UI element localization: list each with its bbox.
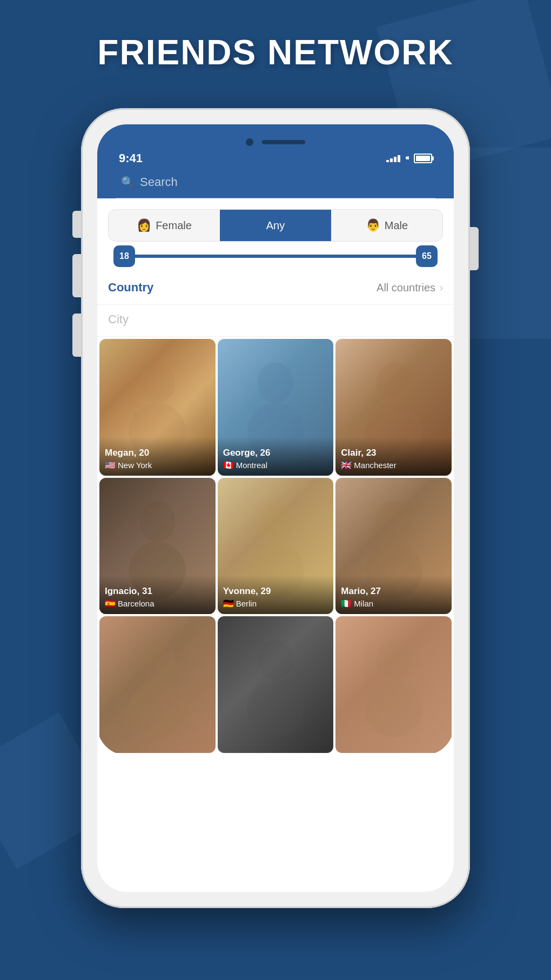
status-icons: ⁌ [386, 152, 432, 164]
earpiece-speaker [262, 140, 305, 144]
main-content: 👩 Female Any 👨 Male 18 65 [97, 198, 454, 755]
chevron-right-icon: › [440, 282, 443, 294]
search-placeholder: Search [140, 175, 178, 189]
signal-icon [386, 155, 400, 162]
profile-info-yvonne: Yvonne, 29 🇩🇪 Berlin [218, 575, 334, 614]
profile-info-ignacio: Ignacio, 31 🇪🇸 Barcelona [99, 575, 216, 614]
svg-point-17 [365, 681, 422, 737]
svg-point-0 [139, 363, 175, 403]
svg-point-10 [376, 501, 412, 542]
slider-fill [124, 255, 427, 258]
svg-point-2 [258, 363, 293, 403]
city-mario: Milan [354, 599, 373, 608]
gender-female-label: Female [156, 219, 192, 232]
profile-location-george: 🇨🇦 Montreal [223, 460, 328, 470]
svg-point-8 [258, 501, 293, 542]
city-yvonne: Berlin [236, 599, 257, 608]
wifi-icon: ⁌ [405, 152, 409, 164]
svg-point-13 [129, 681, 186, 737]
profile-grid: Megan, 20 🇺🇸 New York [97, 337, 454, 755]
flag-es: 🇪🇸 [105, 598, 116, 609]
city-george: Montreal [236, 461, 267, 470]
notch-area [113, 134, 438, 149]
gender-any-label: Any [266, 219, 285, 232]
profile-info-clair: Clair, 23 🇬🇧 Manchester [335, 437, 452, 476]
phone-frame: 9:41 ⁌ 🔍 Search [81, 108, 470, 908]
female-avatar-icon: 👩 [137, 218, 151, 232]
country-filter-row[interactable]: Country All countries › [97, 271, 454, 305]
screen-header: 9:41 ⁌ 🔍 Search [97, 124, 454, 198]
flag-it: 🇮🇹 [341, 598, 352, 609]
profile-card-mario[interactable]: Mario, 27 🇮🇹 Milan [335, 478, 452, 615]
svg-point-15 [247, 681, 304, 737]
signal-bar-2 [390, 158, 393, 162]
signal-bar-1 [386, 160, 389, 162]
profile-name-megan: Megan, 20 [105, 448, 210, 458]
profile-name-clair: Clair, 23 [341, 448, 446, 458]
profile-location-mario: 🇮🇹 Milan [341, 598, 446, 609]
profile-card-girl3[interactable] [99, 616, 216, 753]
profile-card-ignacio[interactable]: Ignacio, 31 🇪🇸 Barcelona [99, 478, 216, 615]
svg-point-4 [376, 363, 412, 403]
front-camera [246, 138, 253, 146]
profile-location-clair: 🇬🇧 Manchester [341, 460, 446, 470]
status-bar: 9:41 ⁌ [113, 149, 438, 171]
volume-down-button [72, 314, 81, 357]
flag-ca: 🇨🇦 [223, 460, 234, 470]
slider-min-thumb[interactable]: 18 [113, 245, 135, 267]
gender-male-button[interactable]: 👨 Male [331, 210, 442, 241]
profile-card-yvonne[interactable]: Yvonne, 29 🇩🇪 Berlin [218, 478, 334, 615]
country-value-text: All countries [377, 282, 435, 294]
mute-button [72, 211, 81, 238]
slider-max-thumb[interactable]: 65 [416, 245, 438, 267]
profile-name-ignacio: Ignacio, 31 [105, 586, 210, 597]
signal-bar-3 [394, 157, 397, 162]
profile-info-mario: Mario, 27 🇮🇹 Milan [335, 575, 452, 614]
svg-point-12 [139, 640, 175, 681]
app-title: FRIENDS NETWORK [0, 32, 551, 72]
gender-female-button[interactable]: 👩 Female [109, 210, 220, 241]
search-bar[interactable]: 🔍 Search [116, 171, 435, 198]
country-value[interactable]: All countries › [377, 282, 443, 294]
profile-avatar-girl3 [99, 616, 216, 753]
city-placeholder: City [108, 312, 129, 326]
profile-card-george[interactable]: George, 26 🇨🇦 Montreal [218, 339, 334, 476]
profile-info-megan: Megan, 20 🇺🇸 New York [99, 437, 216, 476]
male-avatar-icon: 👨 [366, 218, 380, 232]
svg-point-14 [258, 640, 293, 681]
flag-us: 🇺🇸 [105, 460, 116, 470]
svg-point-16 [376, 640, 412, 681]
country-label: Country [108, 281, 153, 295]
profile-info-george: George, 26 🇨🇦 Montreal [218, 437, 334, 476]
city-clair: Manchester [354, 461, 396, 470]
city-input-row[interactable]: City [97, 305, 454, 337]
profile-avatar-girl4 [335, 616, 452, 753]
status-time: 9:41 [119, 151, 143, 165]
profile-avatar-man2 [218, 616, 334, 753]
city-megan: New York [118, 461, 152, 470]
flag-gb: 🇬🇧 [341, 460, 352, 470]
profile-card-man2[interactable] [218, 616, 334, 753]
battery-fill [416, 156, 430, 161]
power-button [470, 227, 479, 270]
slider-track: 18 65 [124, 255, 427, 258]
profile-location-yvonne: 🇩🇪 Berlin [223, 598, 328, 609]
profile-location-ignacio: 🇪🇸 Barcelona [105, 598, 210, 609]
age-range-slider[interactable]: 18 65 [108, 255, 443, 258]
volume-up-button [72, 254, 81, 297]
signal-bar-4 [398, 155, 400, 162]
svg-point-6 [139, 501, 175, 542]
profile-name-yvonne: Yvonne, 29 [223, 586, 328, 597]
search-icon: 🔍 [121, 176, 135, 189]
city-ignacio: Barcelona [118, 599, 154, 608]
profile-name-george: George, 26 [223, 448, 328, 458]
profile-card-girl4[interactable] [335, 616, 452, 753]
gender-filter: 👩 Female Any 👨 Male [108, 209, 443, 242]
gender-any-button[interactable]: Any [220, 210, 331, 241]
profile-card-clair[interactable]: Clair, 23 🇬🇧 Manchester [335, 339, 452, 476]
flag-de: 🇩🇪 [223, 598, 234, 609]
phone-screen: 9:41 ⁌ 🔍 Search [97, 124, 454, 892]
profile-name-mario: Mario, 27 [341, 586, 446, 597]
profile-card-megan[interactable]: Megan, 20 🇺🇸 New York [99, 339, 216, 476]
gender-male-label: Male [385, 219, 408, 232]
